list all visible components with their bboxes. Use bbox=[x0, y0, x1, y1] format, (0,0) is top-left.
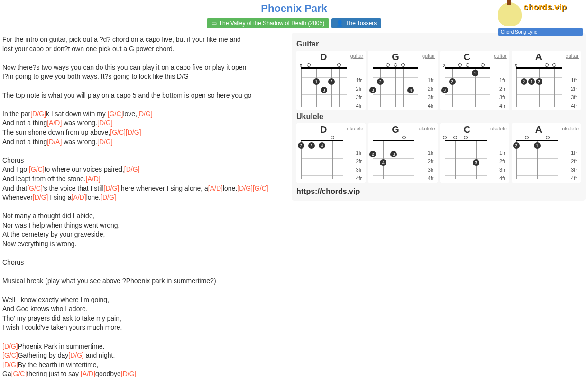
fretboard: x1231fr2fr3fr4fr bbox=[299, 63, 363, 108]
chord-diagram[interactable]: Aukulele211fr2fr3fr4fr bbox=[512, 123, 581, 183]
fret-labels: 1fr2fr3fr4fr bbox=[428, 76, 434, 110]
chord-diagram[interactable]: Cguitarx1231fr2fr3fr4fr bbox=[440, 51, 509, 110]
chord-name: A bbox=[535, 52, 542, 63]
chord-name: C bbox=[464, 124, 470, 135]
chord-type-link[interactable]: guitar bbox=[494, 53, 507, 59]
chord-mark[interactable]: [G/C] bbox=[2, 351, 18, 359]
album-badge[interactable]: ▭ The Valley of the Shadow of Death (200… bbox=[207, 18, 330, 28]
chord-mark[interactable]: [A/D] bbox=[72, 193, 86, 201]
lyric-text: By the hearth in wintertime, bbox=[18, 361, 99, 368]
chord-diagram[interactable]: Gukulele2341fr2fr3fr4fr bbox=[368, 123, 437, 183]
chord-mark[interactable]: [D/G] bbox=[137, 110, 153, 118]
lyric-text: Whenever bbox=[2, 193, 33, 201]
lyric-text: Phoenix Park in summertime, bbox=[18, 342, 105, 350]
chord-mark[interactable]: [D/G] bbox=[97, 119, 113, 127]
lyric-text: In the par bbox=[2, 110, 30, 118]
chord-type-link[interactable]: ukulele bbox=[347, 126, 363, 131]
lyric-line bbox=[2, 82, 287, 91]
lyric-line: And God knows who I adore. bbox=[2, 304, 287, 314]
lyric-line: lost your capo or don?t own one pick out… bbox=[2, 45, 287, 54]
book-icon: ▭ bbox=[211, 20, 217, 27]
fret-labels: 1fr2fr3fr4fr bbox=[428, 148, 434, 183]
chord-type-link[interactable]: ukulele bbox=[419, 126, 435, 131]
chord-mark[interactable]: [D/G] bbox=[126, 129, 141, 136]
chord-mark[interactable]: [D/G] bbox=[2, 342, 18, 350]
lyric-text: And leapt from off the stone. bbox=[2, 175, 86, 183]
chord-mark[interactable]: [G/C] bbox=[253, 184, 268, 192]
chord-mark[interactable]: [G/C] bbox=[27, 184, 43, 192]
lyric-line: And I go [G/C]to where our voices paired… bbox=[2, 165, 287, 175]
chord-diagram[interactable]: Aguitarx2131fr2fr3fr4fr bbox=[512, 51, 581, 110]
chord-name: C bbox=[464, 52, 470, 63]
artist-badge[interactable]: 👤 The Tossers bbox=[331, 18, 381, 28]
lyric-line: Now there?s two ways you can do this you… bbox=[2, 63, 287, 73]
chord-diagram[interactable]: Cukulele31fr2fr3fr4fr bbox=[440, 123, 509, 183]
lyric-line: Not many a thought did I abide, bbox=[2, 211, 287, 221]
lyric-line: For the intro on guitar, pick out a ?d? … bbox=[2, 35, 287, 45]
chord-sidebar: Guitar Dguitarx1231fr2fr3fr4frGguitar234… bbox=[292, 33, 586, 201]
chord-mark[interactable]: [D/G] bbox=[2, 361, 18, 368]
chord-mark[interactable]: [D/G] bbox=[68, 351, 84, 359]
chord-mark[interactable]: [A/D] bbox=[208, 184, 223, 192]
chord-mark[interactable]: [D/G] bbox=[101, 193, 116, 201]
chord-mark[interactable]: [G/C] bbox=[11, 370, 27, 377]
lyric-text: lone. bbox=[86, 193, 101, 201]
chord-mark[interactable]: [D/G] bbox=[97, 138, 113, 146]
chord-mark[interactable]: [G/C] bbox=[108, 110, 123, 118]
lyric-text: to where our voices paired, bbox=[45, 165, 124, 173]
fretboard: 31fr2fr3fr4fr bbox=[442, 135, 507, 180]
chord-mark[interactable]: [A/D] bbox=[81, 370, 95, 377]
chord-mark[interactable]: [D/G] bbox=[33, 193, 48, 201]
lyric-line: Now everything is wrong. bbox=[2, 239, 287, 249]
lyric-text: goodbye bbox=[95, 370, 121, 377]
lyric-line: Nor was I help when things went wrong. bbox=[2, 221, 287, 230]
lyric-text: was wrong. bbox=[62, 138, 97, 146]
chord-diagram[interactable]: Gguitar2341fr2fr3fr4fr bbox=[368, 51, 437, 110]
lyric-line: And that[G/C]'s the voice that I still[D… bbox=[2, 184, 287, 193]
ukulele-icon bbox=[498, 2, 522, 26]
lyric-line: [D/G]By the hearth in wintertime, bbox=[2, 360, 287, 370]
lyric-line: And leapt from off the stone.[A/D] bbox=[2, 175, 287, 184]
chord-mark[interactable]: [D/G] bbox=[237, 184, 253, 192]
album-label: The Valley of the Shadow of Death (2005) bbox=[219, 20, 325, 27]
ukulele-chord-row: Dukulele2341fr2fr3fr4frGukulele2341fr2fr… bbox=[296, 123, 581, 183]
chord-type-link[interactable]: guitar bbox=[422, 53, 435, 59]
lyric-line bbox=[2, 54, 287, 63]
chord-type-link[interactable]: ukulele bbox=[562, 126, 579, 131]
lyric-line: The sun shone down from up above,[G/C][D… bbox=[2, 128, 287, 138]
chord-mark[interactable]: [A/D] bbox=[47, 119, 62, 127]
lyric-line: Well I know exactly where I'm going, bbox=[2, 295, 287, 305]
sidebar-url[interactable]: https://chords.vip bbox=[296, 187, 581, 196]
chord-diagram[interactable]: Dukulele2341fr2fr3fr4fr bbox=[296, 123, 366, 183]
chord-mark[interactable]: [A/D] bbox=[86, 175, 101, 183]
lyric-line: Musical break (play what you see above ?… bbox=[2, 276, 287, 286]
chord-mark[interactable]: [G/C] bbox=[29, 165, 45, 173]
lyric-line: I?m going to give you both ways. It?s go… bbox=[2, 72, 287, 82]
lyric-text: Ga bbox=[2, 370, 11, 377]
chord-type-link[interactable]: guitar bbox=[350, 53, 364, 59]
lyric-line bbox=[2, 202, 287, 212]
fretboard: 2341fr2fr3fr4fr bbox=[299, 135, 363, 180]
guitar-section-title: Guitar bbox=[296, 40, 581, 48]
guitar-chord-row: Dguitarx1231fr2fr3fr4frGguitar2341fr2fr3… bbox=[296, 51, 581, 110]
lyric-line: [D/G]Phoenix Park in summertime, bbox=[2, 342, 287, 351]
chord-diagram[interactable]: Dguitarx1231fr2fr3fr4fr bbox=[296, 51, 366, 110]
footer-url[interactable]: https://chords.vip bbox=[0, 384, 588, 386]
chord-mark[interactable]: [D/G] bbox=[30, 110, 46, 118]
lyric-line bbox=[2, 267, 287, 277]
chord-type-link[interactable]: guitar bbox=[565, 53, 579, 59]
lyrics-panel: For the intro on guitar, pick out a ?d? … bbox=[2, 33, 287, 381]
chord-mark[interactable]: [D/G] bbox=[124, 165, 140, 173]
lyric-line: Whenever[D/G] I sing a[A/D]lone.[D/G] bbox=[2, 193, 287, 202]
lyric-line bbox=[2, 100, 287, 110]
lyric-line: Chorus bbox=[2, 258, 287, 267]
logo-brand: chords.vip bbox=[524, 2, 567, 12]
chord-mark[interactable]: [D/A] bbox=[47, 138, 62, 146]
chord-mark[interactable]: [G/C] bbox=[110, 129, 126, 136]
site-logo[interactable]: chords.vip Chord Song Lyric bbox=[498, 2, 583, 28]
lyric-line bbox=[2, 249, 287, 258]
lyric-line: I wish I could've taken yours much more. bbox=[2, 323, 287, 332]
chord-type-link[interactable]: ukulele bbox=[490, 126, 507, 131]
chord-mark[interactable]: [D/G] bbox=[104, 184, 119, 192]
chord-mark[interactable]: [D/G] bbox=[121, 370, 137, 377]
